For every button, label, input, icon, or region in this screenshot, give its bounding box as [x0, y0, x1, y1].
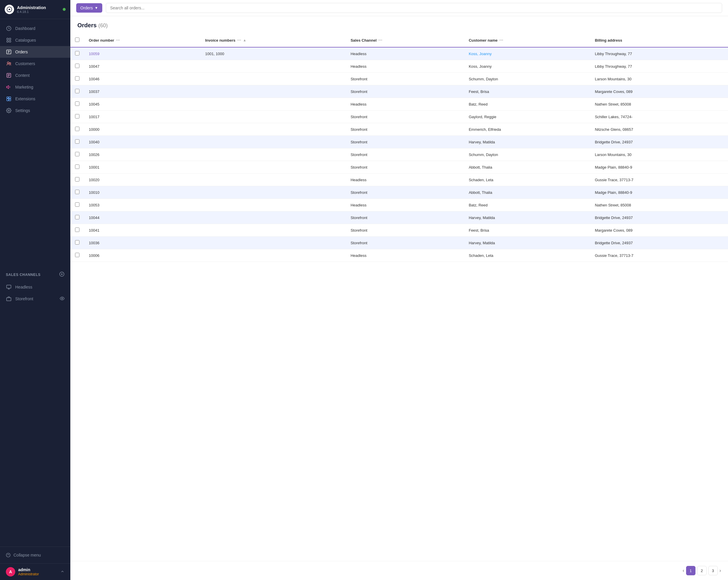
row-checkbox-cell[interactable]	[70, 60, 84, 73]
sidebar-header: Administration 6.4.18.1	[0, 0, 70, 19]
invoice-numbers-menu-icon[interactable]: ···	[237, 37, 241, 43]
invoice-sort-icon[interactable]: ▲	[243, 38, 246, 42]
order-number-cell: 10041	[84, 224, 201, 237]
customer-name-cell: Feest, Brisa	[464, 224, 590, 237]
row-checkbox-cell[interactable]	[70, 110, 84, 123]
storefront-visibility-icon[interactable]	[60, 296, 64, 302]
row-checkbox[interactable]	[75, 114, 79, 119]
sidebar-item-settings[interactable]: Settings	[0, 105, 70, 117]
sales-channel-cell: Headless	[346, 249, 464, 262]
extensions-label: Extensions	[15, 97, 35, 101]
row-checkbox-cell[interactable]	[70, 211, 84, 224]
sidebar-item-customers[interactable]: Customers	[0, 58, 70, 70]
invoice-cell	[201, 237, 346, 249]
row-checkbox[interactable]	[75, 139, 79, 144]
row-checkbox[interactable]	[75, 253, 79, 257]
row-checkbox[interactable]	[75, 89, 79, 93]
row-checkbox[interactable]	[75, 165, 79, 169]
customer-name-value: Harvey, Matilda	[469, 241, 495, 245]
billing-value: Bridgette Drive, 24937	[595, 241, 633, 245]
channel-value: Storefront	[350, 127, 367, 132]
row-checkbox-cell[interactable]	[70, 237, 84, 249]
channel-value: Storefront	[350, 90, 367, 94]
row-checkbox[interactable]	[75, 51, 79, 55]
row-checkbox-cell[interactable]	[70, 85, 84, 98]
customer-name-cell: Koss, Joanny	[464, 47, 590, 60]
page-2-button[interactable]: 2	[697, 566, 707, 575]
sidebar-item-content[interactable]: Content	[0, 70, 70, 81]
sidebar-item-marketing[interactable]: Marketing	[0, 81, 70, 93]
billing-address-cell: Nathen Street, 85008	[590, 199, 728, 211]
row-checkbox[interactable]	[75, 64, 79, 68]
sidebar-item-orders[interactable]: Orders	[0, 46, 70, 58]
orders-label: Orders	[15, 50, 28, 54]
orders-filter-button[interactable]: Orders ▼	[76, 3, 102, 12]
admin-section[interactable]: A admin Administrator	[0, 563, 70, 580]
row-checkbox-cell[interactable]	[70, 161, 84, 174]
row-checkbox[interactable]	[75, 177, 79, 181]
order-number-value: 10036	[89, 241, 99, 245]
row-checkbox-cell[interactable]	[70, 47, 84, 60]
prev-page-button[interactable]: ‹	[682, 568, 684, 573]
row-checkbox-cell[interactable]	[70, 174, 84, 186]
row-checkbox[interactable]	[75, 215, 79, 219]
row-checkbox[interactable]	[75, 228, 79, 232]
sidebar-item-dashboard[interactable]: Dashboard	[0, 23, 70, 34]
sidebar-item-headless[interactable]: Headless	[0, 281, 70, 293]
svg-rect-19	[9, 99, 11, 101]
customer-name-menu-icon[interactable]: ···	[499, 37, 503, 43]
customer-name-value: Batz, Reed	[469, 203, 487, 207]
row-checkbox[interactable]	[75, 240, 79, 245]
select-all-checkbox[interactable]	[75, 37, 79, 42]
add-sales-channel-button[interactable]	[59, 272, 64, 278]
svg-point-30	[6, 553, 10, 557]
sidebar-item-catalogues[interactable]: Catalogues	[0, 34, 70, 46]
svg-marker-16	[7, 85, 9, 89]
sidebar-item-extensions[interactable]: Extensions	[0, 93, 70, 105]
page-1-button[interactable]: 1	[686, 566, 696, 575]
row-checkbox[interactable]	[75, 202, 79, 207]
channel-value: Headless	[350, 203, 366, 207]
billing-value: Margarete Coves, 089	[595, 228, 633, 232]
marketing-label: Marketing	[15, 85, 33, 90]
channel-value: Storefront	[350, 140, 367, 144]
sidebar-item-storefront[interactable]: Storefront	[0, 293, 70, 305]
order-number-value: 10037	[89, 90, 99, 94]
row-checkbox-cell[interactable]	[70, 73, 84, 85]
table-row: 10037 Storefront Feest, Brisa Margarete …	[70, 85, 728, 98]
collapse-menu-button[interactable]: Collapse menu	[6, 550, 64, 560]
main-content: Orders ▼ Orders (60) Order number	[70, 0, 728, 580]
customer-link[interactable]: Koss, Joanny	[469, 52, 492, 56]
row-checkbox-cell[interactable]	[70, 136, 84, 148]
row-checkbox-cell[interactable]	[70, 123, 84, 136]
row-checkbox[interactable]	[75, 190, 79, 194]
row-checkbox-cell[interactable]	[70, 249, 84, 262]
row-checkbox-cell[interactable]	[70, 199, 84, 211]
row-checkbox[interactable]	[75, 127, 79, 131]
select-all-column[interactable]	[70, 33, 84, 47]
page-3-button[interactable]: 3	[708, 566, 718, 575]
order-link[interactable]: 10059	[89, 52, 99, 56]
table-row: 10040 Storefront Harvey, Matilda Bridget…	[70, 136, 728, 148]
order-number-value: 10017	[89, 115, 99, 119]
next-page-button[interactable]: ›	[720, 568, 721, 573]
row-checkbox-cell[interactable]	[70, 98, 84, 110]
row-checkbox[interactable]	[75, 76, 79, 81]
order-number-cell: 10059	[84, 47, 201, 60]
row-checkbox-cell[interactable]	[70, 148, 84, 161]
row-checkbox[interactable]	[75, 101, 79, 106]
customer-name-value: Schaden, Leta	[469, 178, 493, 182]
sales-channel-menu-icon[interactable]: ···	[379, 37, 382, 43]
order-number-value: 10010	[89, 190, 99, 195]
order-number-menu-icon[interactable]: ···	[116, 37, 120, 43]
customer-name-value: Schumm, Dayton	[469, 77, 498, 81]
customer-name-value: Feest, Brisa	[469, 90, 489, 94]
invoice-cell	[201, 148, 346, 161]
invoice-cell: 1001, 1000	[201, 47, 346, 60]
row-checkbox-cell[interactable]	[70, 186, 84, 199]
row-checkbox-cell[interactable]	[70, 224, 84, 237]
row-checkbox[interactable]	[75, 152, 79, 156]
search-input[interactable]	[106, 3, 722, 13]
customer-name-cell: Harvey, Matilda	[464, 136, 590, 148]
order-number-value: 10047	[89, 64, 99, 69]
